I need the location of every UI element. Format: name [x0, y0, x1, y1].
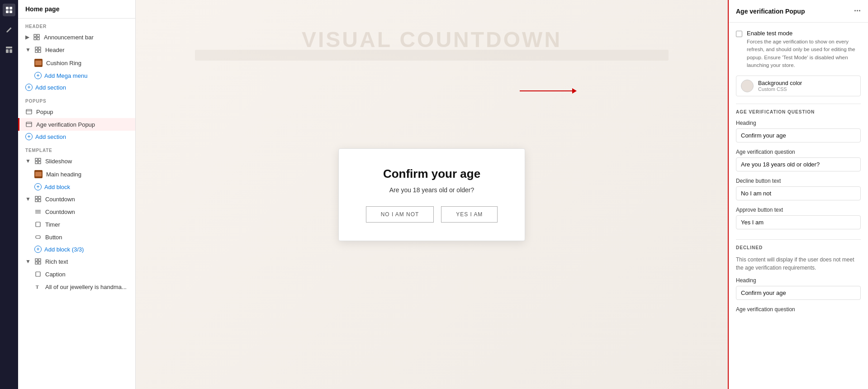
right-panel-header: Age verification Popup ··· [729, 0, 868, 23]
sidebar-item-announcement-bar[interactable]: ▶ Announcement bar [18, 31, 135, 43]
sidebar-cushion-ring-label: Cushion Ring [46, 60, 81, 66]
sidebar-item-cushion-ring[interactable]: Cushion Ring [18, 56, 135, 70]
countdown-grid-icon [34, 195, 42, 203]
enable-test-mode-label: Enable test mode [747, 30, 861, 37]
svg-rect-32 [35, 259, 38, 261]
svg-rect-3 [9, 10, 12, 13]
enable-test-mode-checkbox[interactable] [736, 31, 742, 37]
svg-rect-20 [38, 158, 41, 161]
age-question-field-label: Age verification question [736, 149, 861, 155]
add-block-countdown-btn[interactable]: + Add block (3/3) [18, 243, 135, 255]
canvas-blurred-heading: VISUAL COUNTDOWN [302, 27, 562, 52]
svg-rect-1 [9, 7, 12, 9]
color-labels: Background color Custom CSS [758, 80, 802, 92]
header-section-label: HEADER [18, 19, 135, 31]
header-grid-icon [34, 46, 42, 53]
slideshow-grid-icon [34, 157, 42, 165]
add-mega-menu-btn[interactable]: + Add Mega menu [18, 70, 135, 81]
text-T-icon: T [34, 283, 42, 290]
popup-modal: Confirm your age Are you 18 years old or… [338, 148, 526, 241]
popup-title: Confirm your age [366, 167, 498, 181]
arrow-line [520, 90, 574, 91]
right-panel-body: Enable test mode Forces the age verifica… [729, 23, 868, 389]
sidebar-item-rich-text[interactable]: ▼ Rich text [18, 255, 135, 268]
sidebar-item-button[interactable]: Button [18, 231, 135, 243]
sidebar-item-countdown[interactable]: ▼ Countdown [18, 193, 135, 205]
template-section-label: TEMPLATE [18, 142, 135, 155]
svg-rect-2 [6, 10, 9, 13]
svg-rect-33 [38, 259, 41, 261]
svg-rect-25 [35, 199, 38, 202]
sidebar-header-label: Header [45, 47, 65, 53]
age-question-field-input[interactable] [736, 157, 861, 171]
canvas: VISUAL COUNTDOWN Confirm your age Are yo… [136, 0, 728, 389]
svg-rect-9 [34, 38, 36, 40]
chevron-right-icon: ▶ [25, 34, 29, 40]
button-icon [34, 233, 42, 241]
add-block-slideshow-btn[interactable]: + Add block [18, 181, 135, 193]
add-section-popups-btn[interactable]: + Add section [18, 131, 135, 142]
approve-field-label: Approve button text [736, 207, 861, 213]
svg-rect-17 [26, 122, 32, 127]
svg-rect-24 [38, 196, 41, 199]
svg-rect-19 [35, 158, 38, 161]
add-block-slideshow-label: Add block [44, 184, 70, 190]
svg-rect-10 [37, 38, 39, 40]
pages-icon[interactable] [3, 4, 15, 16]
icon-bar [0, 0, 18, 389]
svg-rect-12 [38, 47, 41, 49]
sidebar-item-countdown-sub[interactable]: Countdown [18, 205, 135, 218]
svg-rect-13 [35, 50, 38, 52]
sidebar-popup-label: Popup [36, 109, 53, 115]
age-verification-icon [25, 121, 33, 128]
sidebar-item-age-verification[interactable]: Age verification Popup [18, 118, 135, 131]
more-options-button[interactable]: ··· [854, 6, 861, 16]
add-section-header-btn[interactable]: + Add section [18, 81, 135, 93]
sidebar-timer-label: Timer [45, 221, 60, 228]
svg-rect-7 [34, 34, 36, 37]
add-section-popups-label: Add section [35, 133, 66, 140]
declined-heading-input[interactable] [736, 286, 861, 300]
decline-button[interactable]: NO I AM NOT [366, 206, 434, 223]
svg-rect-8 [37, 34, 39, 37]
sidebar-item-header[interactable]: ▼ Header [18, 43, 135, 56]
sidebar-item-timer[interactable]: Timer [18, 218, 135, 231]
popups-section-label: POPUPS [18, 93, 135, 105]
add-mega-menu-label: Add Mega menu [44, 72, 87, 79]
layout-icon[interactable] [3, 43, 15, 56]
enable-test-mode-row: Enable test mode Forces the age verifica… [736, 30, 861, 69]
plus-circle-icon-2: + [25, 84, 33, 91]
age-verification-question-label: Age verification question [736, 306, 861, 313]
svg-rect-30 [36, 222, 40, 227]
cushion-ring-img-icon [34, 59, 43, 67]
sidebar-all-jewellery-label: All of our jewellery is handma... [45, 284, 127, 290]
svg-rect-21 [35, 161, 38, 164]
svg-rect-34 [35, 262, 38, 264]
arrow-head [572, 88, 577, 94]
decline-field-input[interactable] [736, 186, 861, 200]
sidebar-item-main-heading[interactable]: Main heading [18, 167, 135, 181]
pencil-icon[interactable] [3, 24, 15, 36]
approve-button[interactable]: YES I AM [441, 206, 498, 223]
divider-1 [736, 104, 861, 104]
sidebar-item-all-jewellery[interactable]: T All of our jewellery is handma... [18, 280, 135, 293]
page-title: Home page [18, 0, 135, 19]
sidebar-item-popup[interactable]: Popup [18, 105, 135, 118]
svg-rect-0 [6, 7, 9, 9]
approve-field-input[interactable] [736, 215, 861, 229]
svg-rect-31 [36, 236, 40, 238]
svg-rect-14 [38, 50, 41, 52]
declined-heading-label: Heading [736, 277, 861, 284]
svg-rect-5 [6, 49, 9, 53]
sidebar-countdown-sub-label: Countdown [45, 209, 75, 215]
heading-field-input[interactable] [736, 128, 861, 142]
sidebar-item-slideshow[interactable]: ▼ Slideshow [18, 155, 135, 167]
sidebar-caption-label: Caption [45, 271, 66, 278]
plus-circle-icon-3: + [25, 133, 33, 140]
svg-rect-36 [36, 272, 40, 276]
popup-grid-icon [25, 108, 33, 115]
declined-desc: This content will display if the user do… [736, 256, 861, 272]
background-color-row[interactable]: Background color Custom CSS [736, 76, 861, 96]
slideshow-chevron-down: ▼ [25, 158, 31, 164]
sidebar-item-caption[interactable]: Caption [18, 268, 135, 280]
